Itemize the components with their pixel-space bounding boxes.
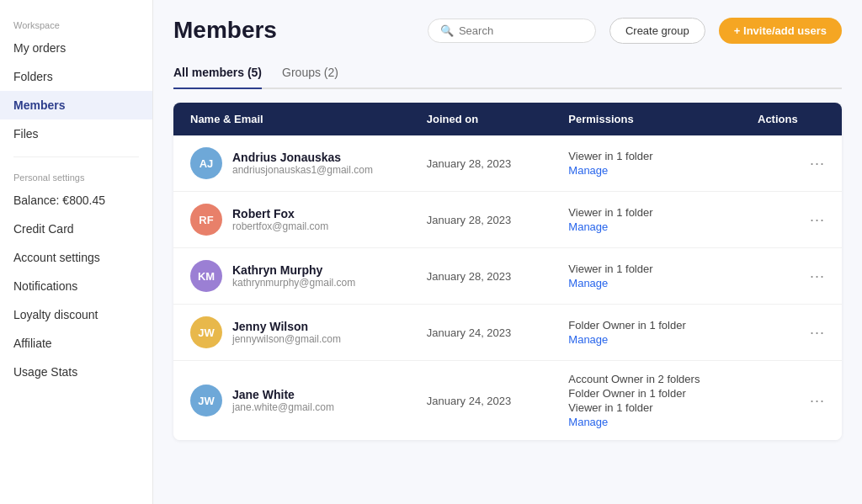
avatar: JW	[190, 316, 222, 348]
sidebar-item-my-orders[interactable]: My orders	[0, 34, 152, 62]
perm-text: Viewer in 1 folder	[568, 401, 758, 414]
table-row: JW Jane White jane.white@gmail.com Janua…	[173, 361, 842, 440]
member-info: JW Jenny Wilson jennywilson@gmail.com	[190, 316, 427, 348]
member-email: jennywilson@gmail.com	[232, 333, 341, 345]
members-table: Name & Email Joined on Permissions Actio…	[173, 103, 842, 440]
sidebar-item-folders[interactable]: Folders	[0, 62, 152, 91]
manage-link[interactable]: Manage	[568, 333, 758, 346]
permissions-col: Folder Owner in 1 folder Manage	[568, 319, 758, 346]
avatar: AJ	[190, 147, 222, 179]
perm-text: Viewer in 1 folder	[568, 150, 758, 162]
sidebar-item-members[interactable]: Members	[0, 91, 152, 119]
row-actions-button[interactable]: ···	[810, 155, 825, 172]
avatar: KM	[190, 260, 222, 292]
member-name-email: Kathryn Murphy kathrynmurphy@gmail.com	[232, 263, 355, 289]
row-actions-button[interactable]: ···	[810, 268, 825, 285]
permissions-col: Viewer in 1 folder Manage	[568, 206, 758, 233]
sidebar-item-affiliate[interactable]: Affiliate	[0, 329, 152, 358]
row-actions-button[interactable]: ···	[810, 324, 825, 342]
member-name-email: Andrius Jonauskas andriusjonauskas1@gmai…	[232, 151, 373, 176]
sidebar-divider	[13, 157, 139, 157]
invite-add-users-button[interactable]: + Invite/add users	[719, 18, 842, 44]
member-name-email: Jenny Wilson jennywilson@gmail.com	[232, 320, 341, 345]
tab-all-members[interactable]: All members (5)	[173, 59, 262, 89]
permissions-col: Account Owner in 2 foldersFolder Owner i…	[568, 373, 758, 428]
member-email: kathrynmurphy@gmail.com	[232, 277, 355, 289]
actions-col: ···	[758, 268, 825, 285]
row-actions-button[interactable]: ···	[810, 211, 825, 229]
avatar: JW	[190, 385, 222, 416]
perm-text: Folder Owner in 1 folder	[568, 319, 758, 332]
permissions-col: Viewer in 1 folder Manage	[568, 150, 758, 177]
row-actions-button[interactable]: ···	[810, 392, 825, 410]
joined-date: January 28, 2023	[427, 270, 569, 283]
sidebar-item-balance[interactable]: Balance: €800.45	[0, 186, 152, 215]
table-row: RF Robert Fox robertfox@gmail.com Januar…	[173, 192, 842, 248]
main-content: Members 🔍 Create group + Invite/add user…	[153, 0, 862, 504]
member-name: Robert Fox	[232, 207, 328, 220]
sidebar-item-account-settings[interactable]: Account settings	[0, 243, 152, 272]
member-info: JW Jane White jane.white@gmail.com	[190, 385, 427, 416]
member-name-email: Jane White jane.white@gmail.com	[232, 388, 334, 413]
member-info: AJ Andrius Jonauskas andriusjonauskas1@g…	[190, 147, 427, 179]
col-joined-on: Joined on	[427, 113, 569, 125]
perm-text: Folder Owner in 1 folder	[568, 387, 758, 400]
actions-col: ···	[758, 211, 825, 229]
joined-date: January 28, 2023	[427, 157, 569, 170]
table-row: JW Jenny Wilson jennywilson@gmail.com Ja…	[173, 305, 842, 361]
member-name-email: Robert Fox robertfox@gmail.com	[232, 207, 328, 232]
sidebar-item-files[interactable]: Files	[0, 119, 152, 148]
member-name: Kathryn Murphy	[232, 263, 355, 277]
member-info: KM Kathryn Murphy kathrynmurphy@gmail.co…	[190, 260, 427, 292]
table-row: AJ Andrius Jonauskas andriusjonauskas1@g…	[173, 135, 842, 192]
search-box[interactable]: 🔍	[428, 19, 596, 43]
member-email: andriusjonauskas1@gmail.com	[232, 164, 373, 176]
tab-groups[interactable]: Groups (2)	[282, 59, 338, 89]
tabs-bar: All members (5) Groups (2)	[173, 59, 842, 89]
personal-settings-label: Personal settings	[0, 166, 152, 186]
sidebar-item-credit-card[interactable]: Credit Card	[0, 215, 152, 243]
col-name-email: Name & Email	[190, 113, 427, 125]
actions-col: ···	[758, 324, 825, 342]
manage-link[interactable]: Manage	[568, 277, 758, 289]
sidebar-item-loyalty-discount[interactable]: Loyalty discount	[0, 300, 152, 329]
avatar: RF	[190, 204, 222, 236]
member-name: Jane White	[232, 388, 334, 401]
page-header: Members 🔍 Create group + Invite/add user…	[173, 17, 842, 44]
sidebar-item-notifications[interactable]: Notifications	[0, 272, 152, 300]
joined-date: January 28, 2023	[427, 214, 569, 226]
table-row: KM Kathryn Murphy kathrynmurphy@gmail.co…	[173, 248, 842, 305]
actions-col: ···	[758, 392, 825, 410]
member-email: jane.white@gmail.com	[232, 401, 334, 413]
table-body: AJ Andrius Jonauskas andriusjonauskas1@g…	[173, 135, 842, 440]
actions-col: ···	[758, 155, 825, 172]
workspace-label: Workspace	[0, 13, 152, 34]
perm-text: Viewer in 1 folder	[568, 206, 758, 219]
manage-link[interactable]: Manage	[568, 416, 758, 428]
table-header: Name & Email Joined on Permissions Actio…	[173, 103, 842, 135]
col-actions: Actions	[758, 113, 825, 125]
manage-link[interactable]: Manage	[568, 220, 758, 233]
manage-link[interactable]: Manage	[568, 164, 758, 177]
search-icon: 🔍	[440, 24, 454, 37]
col-permissions: Permissions	[568, 113, 758, 125]
permissions-col: Viewer in 1 folder Manage	[568, 263, 758, 289]
sidebar-item-usage-stats[interactable]: Usage Stats	[0, 358, 152, 386]
create-group-button[interactable]: Create group	[609, 18, 705, 44]
sidebar: Workspace My orders Folders Members File…	[0, 0, 153, 504]
page-title: Members	[173, 17, 414, 44]
joined-date: January 24, 2023	[427, 395, 569, 407]
member-email: robertfox@gmail.com	[232, 220, 328, 232]
perm-text: Viewer in 1 folder	[568, 263, 758, 275]
joined-date: January 24, 2023	[427, 326, 569, 339]
member-name: Jenny Wilson	[232, 320, 341, 333]
search-input[interactable]	[459, 24, 583, 37]
perm-text: Account Owner in 2 folders	[568, 373, 758, 385]
member-name: Andrius Jonauskas	[232, 151, 373, 164]
member-info: RF Robert Fox robertfox@gmail.com	[190, 204, 427, 236]
